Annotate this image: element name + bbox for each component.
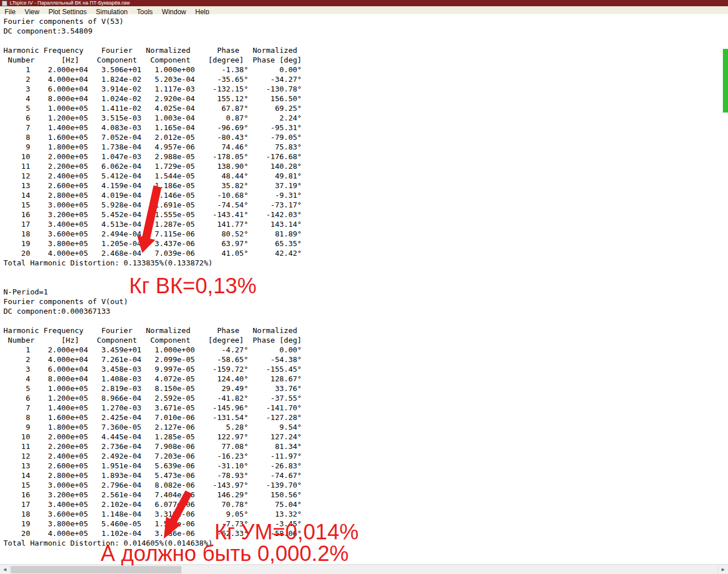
- app-icon: [2, 1, 7, 6]
- scroll-left-arrow-icon[interactable]: ◄: [0, 565, 10, 574]
- horizontal-scrollbar[interactable]: ◄ ►: [0, 564, 728, 574]
- scroll-right-arrow-icon[interactable]: ►: [718, 565, 728, 574]
- app-title: LTspice IV - Параллельный ВК на ПТ-Буква…: [10, 0, 130, 6]
- scrollbar-thumb[interactable]: [11, 566, 181, 573]
- spice-error-log-window: LT SPICE Error Log: D:\1 ЭЛЕКТРОН\1А - О…: [0, 0, 361, 572]
- right-edge-green-strip: [723, 49, 728, 113]
- app-titlebar[interactable]: LTspice IV - Параллельный ВК на ПТ-Буква…: [0, 0, 728, 6]
- error-log-content[interactable]: Fourier components of V(53) DC component…: [0, 14, 728, 565]
- fourier-log-text: Fourier components of V(53) DC component…: [0, 14, 728, 548]
